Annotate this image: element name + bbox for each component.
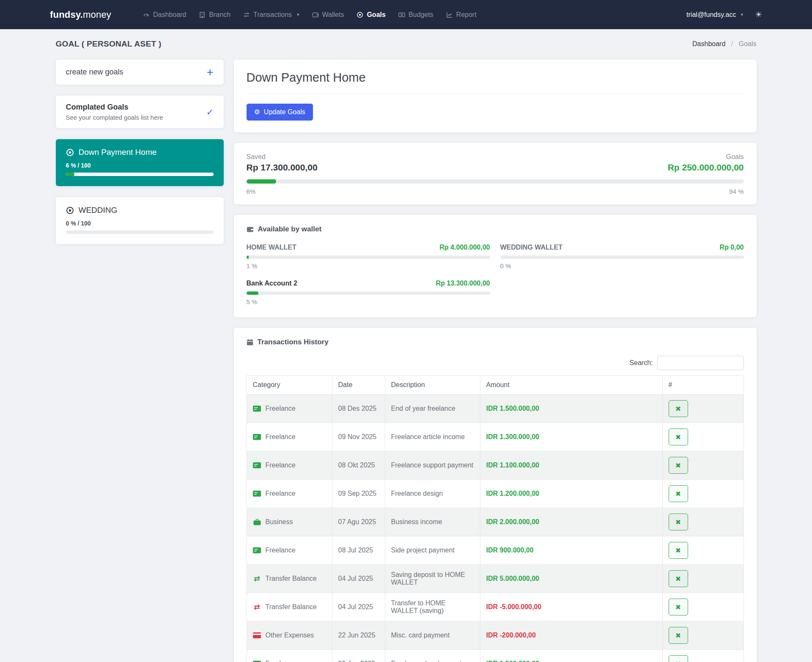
transaction-action-button[interactable]: ✖ xyxy=(669,627,688,644)
transaction-category: Freelance xyxy=(266,405,296,412)
transaction-amount: IDR 1.200.000,00 xyxy=(480,480,662,508)
transaction-amount: IDR 2.000.000,00 xyxy=(480,508,662,536)
transaction-amount: IDR 1.500.000,00 xyxy=(480,395,662,423)
create-new-goals-card[interactable]: create new goals + xyxy=(56,60,224,85)
goal-card-wedding[interactable]: WEDDING 0 % / 100 xyxy=(56,197,224,244)
transaction-action-button[interactable]: ✖ xyxy=(669,599,688,615)
completed-goals-card[interactable]: Complated Goals See your complated goals… xyxy=(56,96,224,128)
x-icon: ✖ xyxy=(675,490,681,498)
saved-block: Saved Rp 17.300.000,00 xyxy=(247,153,318,173)
breadcrumb-current: Goals xyxy=(739,40,757,47)
transaction-category: Freelance xyxy=(266,433,296,441)
x-icon: ✖ xyxy=(675,433,681,441)
goal-card-head: Down Payment Home xyxy=(66,148,214,157)
money-check-icon xyxy=(253,406,261,412)
transaction-action-button[interactable]: ✖ xyxy=(669,485,688,502)
x-icon: ✖ xyxy=(675,660,681,662)
transaction-action-button[interactable]: ✖ xyxy=(669,542,688,559)
nav-transactions[interactable]: Transactions ▾ xyxy=(237,0,306,29)
transaction-action-button[interactable]: ✖ xyxy=(669,655,688,662)
transaction-action-button[interactable]: ✖ xyxy=(669,457,688,474)
transaction-category: Transfer Balance xyxy=(266,575,317,582)
breadcrumb-dashboard[interactable]: Dashboard xyxy=(692,40,725,47)
column-amount: Amount xyxy=(480,376,662,395)
goal-header-card: Down Payment Home ⚙ Update Goals xyxy=(234,60,757,132)
wallet-wedding: WEDDING WALLET Rp 0,00 0 % xyxy=(500,244,744,269)
nav-wallets[interactable]: Wallets xyxy=(306,0,351,29)
chevron-down-icon: ▾ xyxy=(297,12,299,17)
wallet-name: HOME WALLET xyxy=(247,244,296,251)
transaction-description: Business income xyxy=(385,508,480,536)
wallet-percent: 1 % xyxy=(247,262,490,269)
completed-goals-subtitle: See your complated goals list here xyxy=(66,114,163,121)
bullseye-icon xyxy=(66,148,74,157)
account-email: trial@fundsy.acc xyxy=(686,11,736,19)
wallet-name: Bank Account 2 xyxy=(247,280,297,287)
wallet-icon xyxy=(247,226,254,233)
transaction-row: Other Expenses 22 Jun 2025 Misc. card pa… xyxy=(247,621,743,650)
transaction-amount: IDR -5.000.000,00 xyxy=(480,593,662,621)
transaction-date: 08 Jul 2025 xyxy=(332,536,385,565)
money-bill-icon xyxy=(398,11,405,18)
search-input[interactable] xyxy=(657,356,744,370)
money-check-icon xyxy=(253,434,261,440)
money-check-icon xyxy=(253,462,261,468)
plus-icon[interactable]: + xyxy=(207,68,214,77)
tachometer-icon xyxy=(143,11,150,18)
goals-label: Goals xyxy=(668,153,744,161)
brand-bold: fundsy. xyxy=(50,9,83,20)
saved-value: Rp 17.300.000,00 xyxy=(247,162,318,173)
gear-icon: ⚙ xyxy=(254,109,260,115)
transaction-category: Freelance xyxy=(266,461,296,469)
calendar-icon xyxy=(247,339,253,346)
transaction-date: 08 Okt 2025 xyxy=(332,451,385,480)
update-goals-button[interactable]: ⚙ Update Goals xyxy=(247,104,313,121)
main-nav: Dashboard Branch Transactions ▾ Wallets … xyxy=(137,0,483,29)
nav-label: Report xyxy=(456,11,477,19)
nav-goals[interactable]: Goals xyxy=(350,0,392,29)
transaction-row: Freelance 09 Sep 2025 Freelance design I… xyxy=(247,480,743,508)
bullseye-icon xyxy=(357,11,363,18)
goal-progress-bar xyxy=(66,231,214,234)
account-menu[interactable]: trial@fundsy.acc ▾ xyxy=(686,11,743,19)
wallet-progress-bar xyxy=(247,291,490,295)
nav-dashboard[interactable]: Dashboard xyxy=(137,0,192,29)
exchange-icon: ⇄ xyxy=(253,575,261,582)
summary-progress-bar xyxy=(247,179,744,184)
goal-progress-label: 6 % / 100 xyxy=(66,162,214,169)
nav-label: Dashboard xyxy=(153,11,186,19)
transaction-date: 09 Jun 2025 xyxy=(332,650,385,662)
transaction-date: 07 Agu 2025 xyxy=(332,508,385,536)
nav-label: Branch xyxy=(209,11,230,19)
sun-icon[interactable]: ☀ xyxy=(755,10,762,19)
transaction-action-button[interactable]: ✖ xyxy=(669,429,688,445)
divider xyxy=(247,93,744,94)
transactions-history-card: Transactions History Search: Category Da… xyxy=(234,328,757,662)
column-description: Description xyxy=(385,376,480,395)
nav-report[interactable]: Report xyxy=(440,0,483,29)
transaction-row: Freelance 09 Nov 2025 Freelance article … xyxy=(247,423,743,451)
chart-line-icon xyxy=(446,11,453,18)
nav-branch[interactable]: Branch xyxy=(192,0,237,29)
completed-goals-title: Complated Goals xyxy=(66,103,163,112)
goal-summary-card: Saved Rp 17.300.000,00 Goals Rp 250.000.… xyxy=(234,143,757,204)
transaction-amount: IDR 1.500.000,00 xyxy=(480,650,662,662)
column-date: Date xyxy=(332,376,385,395)
summary-percent-left: 6% xyxy=(247,188,256,195)
transaction-row: Freelance 08 Jul 2025 Side project payme… xyxy=(247,536,743,565)
transaction-action-button[interactable]: ✖ xyxy=(669,514,688,530)
goal-progress-bar xyxy=(66,173,214,176)
transaction-action-button[interactable]: ✖ xyxy=(669,400,688,417)
navbar-right: trial@fundsy.acc ▾ ☀ xyxy=(686,10,762,19)
brand-logo[interactable]: fundsy.money xyxy=(50,9,111,20)
transaction-action-button[interactable]: ✖ xyxy=(669,570,688,587)
money-check-icon xyxy=(253,491,261,497)
transaction-row: Freelance 08 Okt 2025 Freelance support … xyxy=(247,451,743,480)
wallet-progress-bar xyxy=(500,255,744,259)
goal-card-down-payment-home[interactable]: Down Payment Home 6 % / 100 xyxy=(56,139,224,186)
nav-label: Transactions xyxy=(253,11,292,19)
wallet-amount: Rp 0,00 xyxy=(720,244,744,251)
exchange-icon xyxy=(243,11,250,18)
transaction-date: 08 Des 2025 xyxy=(332,395,385,423)
nav-budgets[interactable]: Budgets xyxy=(392,0,440,29)
